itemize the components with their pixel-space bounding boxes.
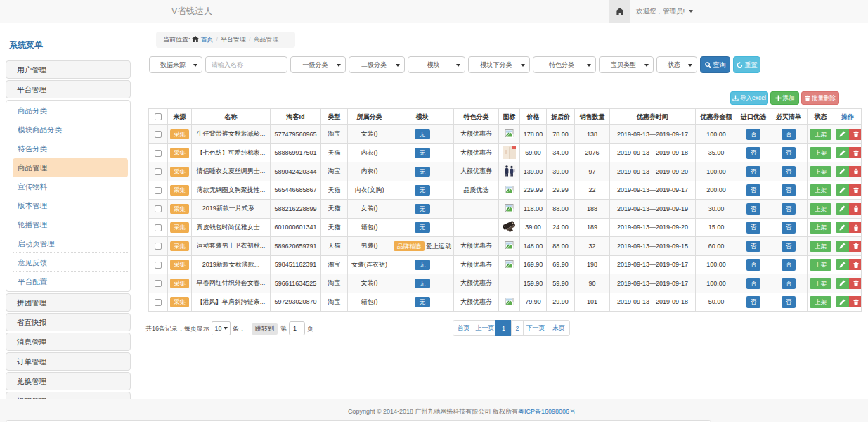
must-buy-toggle[interactable]: 否 [782, 222, 796, 234]
delete-button[interactable] [849, 184, 862, 196]
status-toggle[interactable]: 上架 [810, 147, 831, 159]
sidebar-subitem[interactable]: 特色分类 [13, 139, 128, 158]
sidebar-subitem[interactable]: 模块商品分类 [13, 120, 128, 139]
search-button[interactable]: 查询 [700, 56, 730, 73]
must-buy-toggle[interactable]: 否 [782, 278, 796, 290]
edit-button[interactable] [836, 278, 849, 289]
edit-button[interactable] [836, 296, 849, 307]
jump-button[interactable]: 跳转到 [252, 323, 278, 335]
delete-button[interactable] [849, 241, 862, 252]
must-buy-toggle[interactable]: 否 [782, 166, 796, 178]
must-buy-toggle[interactable]: 否 [782, 147, 796, 159]
icp-link[interactable]: 粤ICP备16098006号 [518, 408, 576, 415]
page-button[interactable]: 1 [495, 320, 512, 336]
module-badge[interactable]: 无 [415, 185, 431, 196]
row-checkbox[interactable] [155, 243, 162, 250]
module-filter-select[interactable]: --模块-- [408, 56, 465, 73]
import-select-toggle[interactable]: 否 [746, 296, 761, 308]
sidebar-subitem[interactable]: 轮播管理 [13, 215, 128, 234]
import-select-toggle[interactable]: 否 [746, 203, 761, 215]
sidebar-item[interactable]: 用户管理 [6, 60, 131, 79]
module-badge[interactable]: 无 [415, 167, 431, 177]
sidebar-item[interactable]: 平台管理 [6, 80, 131, 98]
per-page-select[interactable]: 10 [212, 321, 231, 335]
add-button[interactable]: 添加 [770, 91, 799, 105]
status-toggle[interactable]: 上架 [810, 241, 831, 252]
delete-button[interactable] [849, 203, 862, 215]
row-checkbox[interactable] [155, 224, 162, 231]
status-toggle[interactable]: 上架 [810, 184, 831, 196]
sidebar-subitem[interactable]: 版本管理 [13, 196, 128, 215]
must-buy-toggle[interactable]: 否 [782, 296, 796, 308]
status-toggle[interactable]: 上架 [810, 203, 831, 215]
must-buy-toggle[interactable]: 否 [782, 241, 796, 252]
sidebar-subitem[interactable]: 商品分类 [13, 101, 128, 120]
delete-button[interactable] [849, 296, 862, 307]
module-badge[interactable]: 无 [415, 129, 431, 140]
module-badge[interactable]: 无 [415, 260, 431, 270]
feature-filter-select[interactable]: --特色分类-- [533, 56, 596, 73]
row-checkbox[interactable] [155, 150, 162, 157]
row-checkbox[interactable] [155, 131, 162, 138]
module-badge[interactable]: 无 [415, 148, 431, 158]
page-button[interactable]: 下一页 [523, 320, 548, 336]
edit-button[interactable] [836, 129, 849, 140]
import-select-toggle[interactable]: 否 [746, 259, 761, 271]
delete-button[interactable] [849, 222, 862, 233]
cat1-filter-select[interactable]: 一级分类 [290, 56, 346, 73]
bulk-delete-button[interactable]: 批量删除 [801, 91, 839, 105]
status-filter-select[interactable]: --状态-- [656, 56, 697, 73]
page-button[interactable]: 上一页 [474, 320, 496, 336]
status-toggle[interactable]: 上架 [810, 296, 831, 308]
must-buy-toggle[interactable]: 否 [782, 129, 796, 141]
row-checkbox[interactable] [155, 168, 162, 175]
import-select-toggle[interactable]: 否 [746, 278, 761, 290]
delete-button[interactable] [849, 147, 862, 158]
edit-button[interactable] [836, 166, 849, 177]
user-menu[interactable]: 欢迎您，管理员! [636, 0, 693, 23]
edit-button[interactable] [836, 203, 849, 215]
import-select-toggle[interactable]: 否 [746, 147, 761, 159]
sidebar-item[interactable]: 兑换管理 [6, 372, 131, 390]
status-toggle[interactable]: 上架 [810, 259, 831, 271]
sidebar-item[interactable]: 拼团管理 [6, 293, 131, 312]
sidebar-item[interactable]: 消息管理 [6, 333, 131, 351]
module-badge[interactable]: 品牌精选 [394, 241, 425, 252]
edit-button[interactable] [836, 259, 849, 270]
row-checkbox[interactable] [155, 187, 162, 194]
source-filter-select[interactable]: --数据来源-- [149, 56, 202, 73]
page-button[interactable]: 2 [511, 320, 524, 336]
breadcrumb-home-link[interactable]: 首页 [201, 36, 214, 43]
sidebar-subitem[interactable]: 启动页管理 [13, 234, 128, 253]
status-toggle[interactable]: 上架 [810, 166, 831, 178]
sidebar-item[interactable]: 省直快报 [6, 313, 131, 331]
cat2-filter-select[interactable]: --二级分类-- [349, 56, 405, 73]
status-toggle[interactable]: 上架 [810, 129, 831, 141]
select-all-checkbox[interactable] [155, 113, 162, 120]
sidebar-subitem[interactable]: 宣传物料 [13, 177, 128, 196]
edit-button[interactable] [836, 222, 849, 233]
page-button[interactable]: 末页 [548, 320, 570, 336]
import-select-toggle[interactable]: 否 [746, 222, 761, 234]
import-select-toggle[interactable]: 否 [746, 241, 761, 252]
row-checkbox[interactable] [155, 262, 162, 269]
status-toggle[interactable]: 上架 [810, 222, 831, 234]
sidebar-subitem[interactable]: 意见反馈 [13, 253, 128, 272]
import-select-toggle[interactable]: 否 [746, 184, 761, 196]
sidebar-subitem[interactable]: 平台配置 [13, 272, 128, 291]
page-number-input[interactable] [289, 321, 305, 335]
must-buy-toggle[interactable]: 否 [782, 203, 796, 215]
import-excel-button[interactable]: 导入excel [730, 91, 768, 105]
must-buy-toggle[interactable]: 否 [782, 184, 796, 196]
item-type-filter-select[interactable]: --宝贝类型-- [599, 56, 654, 73]
edit-button[interactable] [836, 147, 849, 158]
home-nav-button[interactable] [609, 0, 630, 23]
status-toggle[interactable]: 上架 [810, 278, 831, 290]
edit-button[interactable] [836, 184, 849, 196]
sidebar-item[interactable]: 订单管理 [6, 352, 131, 371]
delete-button[interactable] [849, 259, 862, 270]
edit-button[interactable] [836, 241, 849, 252]
module-badge[interactable]: 无 [415, 222, 431, 233]
must-buy-toggle[interactable]: 否 [782, 259, 796, 271]
reset-button[interactable]: 重置 [733, 56, 760, 73]
